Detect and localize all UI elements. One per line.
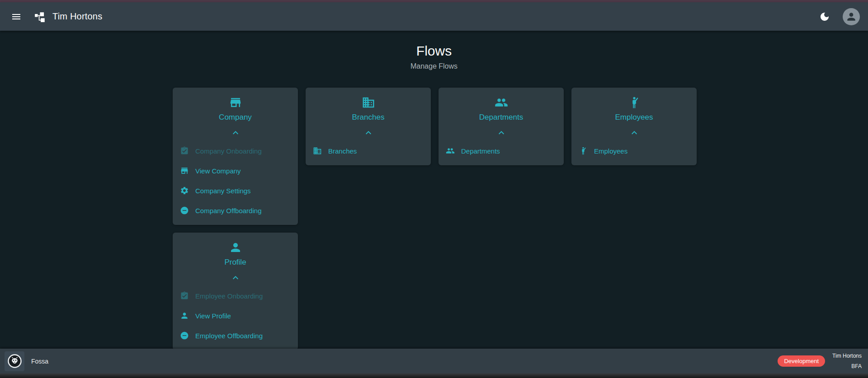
flow-item-company-onboarding: Company Onboarding: [173, 141, 298, 161]
clipboard-check-icon: [180, 291, 189, 300]
chevron-up-icon: [363, 127, 374, 138]
menu-icon: [11, 11, 22, 22]
flow-item-label: View Company: [195, 167, 241, 175]
app-bar: Tim Hortons: [0, 2, 868, 31]
card-items: Branches: [306, 141, 431, 161]
card-items: Company OnboardingView CompanyCompany Se…: [173, 141, 298, 220]
waving-person-icon: [579, 146, 588, 155]
chevron-up-icon: [230, 272, 241, 283]
remove-circle-icon: [180, 331, 189, 340]
flow-item-employee-offboarding[interactable]: Employee Offboarding: [173, 326, 298, 345]
fossa-brand-link[interactable]: [5, 351, 24, 371]
flow-item-label: View Profile: [195, 312, 231, 320]
gear-icon: [180, 186, 189, 195]
card-title: Employees: [571, 113, 697, 122]
card-title: Departments: [439, 113, 564, 122]
flow-item-label: Branches: [328, 147, 357, 155]
footer-app: BFA: [832, 361, 862, 372]
card-collapse-toggle[interactable]: [230, 127, 241, 138]
store-icon: [180, 166, 189, 175]
flow-item-label: Departments: [461, 147, 500, 155]
page-title: Flows: [0, 43, 868, 59]
flow-item-employee-onboarding: Employee Onboarding: [173, 286, 298, 306]
card-title: Branches: [306, 113, 431, 122]
card-company: Company Company OnboardingView CompanyCo…: [173, 88, 298, 225]
card-title: Profile: [173, 258, 298, 267]
chevron-up-icon: [496, 127, 507, 138]
footer-right: Development Tim Hortons BFA: [778, 351, 863, 372]
card-departments: Departments Departments: [439, 88, 564, 165]
card-title: Company: [173, 113, 298, 122]
chevron-up-icon: [629, 127, 640, 138]
cards-grid: Company Company OnboardingView CompanyCo…: [173, 88, 695, 350]
card-branches: Branches Branches: [306, 88, 431, 165]
card-items: Departments: [439, 141, 564, 161]
store-icon: [229, 96, 242, 109]
flow-item-departments[interactable]: Departments: [439, 141, 564, 161]
page-subtitle: Manage Flows: [0, 62, 868, 70]
flow-item-label: Company Onboarding: [195, 147, 262, 155]
people-icon: [495, 96, 508, 109]
environment-badge: Development: [778, 355, 825, 367]
card-collapse-toggle[interactable]: [230, 272, 241, 283]
brand-name: Fossa: [31, 358, 48, 365]
card-profile: Profile Employee OnboardingView ProfileE…: [173, 233, 298, 350]
flow-item-label: Company Settings: [195, 187, 251, 195]
person-icon: [845, 11, 857, 23]
fossa-logo-icon: [7, 354, 22, 369]
footer-bar: Fossa Development Tim Hortons BFA: [0, 349, 868, 373]
footer-company: Tim Hortons: [832, 351, 862, 361]
card-collapse-toggle[interactable]: [363, 127, 374, 138]
app-flow-logo: [34, 11, 46, 23]
person-icon: [229, 241, 242, 254]
flow-item-label: Employee Offboarding: [195, 332, 263, 340]
user-avatar-button[interactable]: [843, 8, 860, 25]
person-icon: [180, 311, 189, 320]
flow-item-company-offboarding[interactable]: Company Offboarding: [173, 201, 298, 220]
flow-item-label: Company Offboarding: [195, 207, 261, 215]
flow-item-view-company[interactable]: View Company: [173, 161, 298, 181]
flow-item-branches[interactable]: Branches: [306, 141, 431, 161]
building-icon: [362, 96, 375, 109]
main-content: Flows Manage Flows Company Company Onboa…: [0, 31, 868, 349]
flow-logo-icon: [34, 11, 46, 23]
page-head: Flows Manage Flows: [0, 43, 868, 70]
footer-meta: Tim Hortons BFA: [832, 351, 863, 372]
hamburger-menu-button[interactable]: [8, 9, 24, 25]
flow-item-label: Employee Onboarding: [195, 292, 263, 300]
card-items: Employees: [571, 141, 697, 161]
clipboard-check-icon: [180, 146, 189, 155]
card-employees: Employees Employees: [571, 88, 697, 165]
flow-item-view-profile[interactable]: View Profile: [173, 306, 298, 326]
chevron-up-icon: [230, 127, 241, 138]
waving-person-icon: [627, 96, 641, 109]
building-icon: [313, 146, 322, 155]
flow-item-label: Employees: [594, 147, 627, 155]
people-icon: [446, 146, 455, 155]
card-collapse-toggle[interactable]: [496, 127, 507, 138]
card-items: Employee OnboardingView ProfileEmployee …: [173, 286, 298, 345]
moon-icon: [819, 11, 830, 22]
bottom-strip: [0, 373, 868, 378]
app-title: Tim Hortons: [52, 11, 102, 22]
card-collapse-toggle[interactable]: [629, 127, 640, 138]
dark-mode-toggle-button[interactable]: [816, 9, 833, 25]
flow-item-company-settings[interactable]: Company Settings: [173, 181, 298, 201]
flow-item-employees[interactable]: Employees: [571, 141, 697, 161]
remove-circle-icon: [180, 206, 189, 215]
